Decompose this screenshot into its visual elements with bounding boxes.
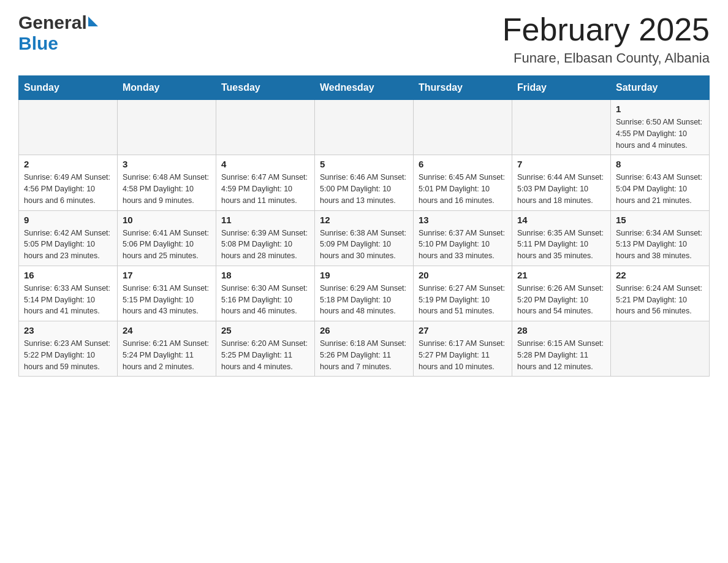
logo-blue-text: Blue	[18, 33, 58, 53]
day-info: Sunrise: 6:50 AM Sunset: 4:55 PM Dayligh…	[616, 117, 704, 151]
day-number: 17	[123, 270, 211, 280]
day-number: 10	[123, 215, 211, 225]
calendar-cell	[611, 321, 710, 377]
logo-arrow-icon	[88, 17, 98, 26]
calendar-week-row: 16Sunrise: 6:33 AM Sunset: 5:14 PM Dayli…	[19, 266, 710, 321]
calendar-cell	[118, 100, 216, 155]
day-number: 27	[419, 325, 507, 335]
day-info: Sunrise: 6:27 AM Sunset: 5:19 PM Dayligh…	[419, 283, 507, 317]
day-info: Sunrise: 6:34 AM Sunset: 5:13 PM Dayligh…	[616, 228, 704, 262]
day-info: Sunrise: 6:33 AM Sunset: 5:14 PM Dayligh…	[24, 283, 112, 317]
day-number: 21	[517, 270, 605, 280]
day-number: 14	[517, 215, 605, 225]
day-number: 6	[419, 159, 507, 169]
day-number: 2	[24, 159, 112, 169]
calendar-cell: 20Sunrise: 6:27 AM Sunset: 5:19 PM Dayli…	[414, 266, 512, 321]
calendar-week-row: 23Sunrise: 6:23 AM Sunset: 5:22 PM Dayli…	[19, 321, 710, 377]
calendar-cell: 2Sunrise: 6:49 AM Sunset: 4:56 PM Daylig…	[19, 155, 118, 210]
calendar-cell: 3Sunrise: 6:48 AM Sunset: 4:58 PM Daylig…	[118, 155, 216, 210]
day-number: 20	[419, 270, 507, 280]
calendar-cell	[512, 100, 611, 155]
calendar-cell: 18Sunrise: 6:30 AM Sunset: 5:16 PM Dayli…	[216, 266, 315, 321]
calendar-cell: 4Sunrise: 6:47 AM Sunset: 4:59 PM Daylig…	[216, 155, 315, 210]
day-number: 8	[616, 159, 704, 169]
logo: General Blue	[18, 12, 99, 54]
day-info: Sunrise: 6:24 AM Sunset: 5:21 PM Dayligh…	[616, 283, 704, 317]
calendar-cell: 9Sunrise: 6:42 AM Sunset: 5:05 PM Daylig…	[19, 210, 118, 266]
day-info: Sunrise: 6:41 AM Sunset: 5:06 PM Dayligh…	[123, 228, 211, 262]
day-number: 12	[320, 215, 408, 225]
day-number: 1	[616, 104, 704, 114]
calendar-cell: 11Sunrise: 6:39 AM Sunset: 5:08 PM Dayli…	[216, 210, 315, 266]
calendar-cell: 12Sunrise: 6:38 AM Sunset: 5:09 PM Dayli…	[315, 210, 414, 266]
title-section: February 2025 Funare, Elbasan County, Al…	[502, 12, 710, 66]
day-info: Sunrise: 6:44 AM Sunset: 5:03 PM Dayligh…	[517, 172, 605, 206]
calendar-cell: 24Sunrise: 6:21 AM Sunset: 5:24 PM Dayli…	[118, 321, 216, 377]
calendar-cell: 13Sunrise: 6:37 AM Sunset: 5:10 PM Dayli…	[414, 210, 512, 266]
day-info: Sunrise: 6:31 AM Sunset: 5:15 PM Dayligh…	[123, 283, 211, 317]
calendar-cell: 28Sunrise: 6:15 AM Sunset: 5:28 PM Dayli…	[512, 321, 611, 377]
calendar-cell: 10Sunrise: 6:41 AM Sunset: 5:06 PM Dayli…	[118, 210, 216, 266]
calendar-cell	[315, 100, 414, 155]
day-number: 5	[320, 159, 408, 169]
calendar-cell: 19Sunrise: 6:29 AM Sunset: 5:18 PM Dayli…	[315, 266, 414, 321]
calendar-cell: 7Sunrise: 6:44 AM Sunset: 5:03 PM Daylig…	[512, 155, 611, 210]
calendar-week-row: 1Sunrise: 6:50 AM Sunset: 4:55 PM Daylig…	[19, 100, 710, 155]
calendar-cell: 23Sunrise: 6:23 AM Sunset: 5:22 PM Dayli…	[19, 321, 118, 377]
calendar-cell: 8Sunrise: 6:43 AM Sunset: 5:04 PM Daylig…	[611, 155, 710, 210]
day-info: Sunrise: 6:17 AM Sunset: 5:27 PM Dayligh…	[419, 338, 507, 372]
day-number: 15	[616, 215, 704, 225]
day-info: Sunrise: 6:49 AM Sunset: 4:56 PM Dayligh…	[24, 172, 112, 206]
day-number: 22	[616, 270, 704, 280]
calendar-week-row: 9Sunrise: 6:42 AM Sunset: 5:05 PM Daylig…	[19, 210, 710, 266]
calendar-cell: 21Sunrise: 6:26 AM Sunset: 5:20 PM Dayli…	[512, 266, 611, 321]
calendar-cell	[414, 100, 512, 155]
calendar-header-thursday: Thursday	[414, 76, 512, 100]
day-number: 9	[24, 215, 112, 225]
day-info: Sunrise: 6:46 AM Sunset: 5:00 PM Dayligh…	[320, 172, 408, 206]
day-number: 3	[123, 159, 211, 169]
month-title: February 2025	[502, 12, 710, 47]
calendar-cell	[216, 100, 315, 155]
calendar-cell: 22Sunrise: 6:24 AM Sunset: 5:21 PM Dayli…	[611, 266, 710, 321]
calendar-cell: 15Sunrise: 6:34 AM Sunset: 5:13 PM Dayli…	[611, 210, 710, 266]
day-info: Sunrise: 6:23 AM Sunset: 5:22 PM Dayligh…	[24, 338, 112, 372]
day-info: Sunrise: 6:39 AM Sunset: 5:08 PM Dayligh…	[221, 228, 309, 262]
calendar-header-wednesday: Wednesday	[315, 76, 414, 100]
day-info: Sunrise: 6:48 AM Sunset: 4:58 PM Dayligh…	[123, 172, 211, 206]
day-info: Sunrise: 6:38 AM Sunset: 5:09 PM Dayligh…	[320, 228, 408, 262]
calendar-cell: 1Sunrise: 6:50 AM Sunset: 4:55 PM Daylig…	[611, 100, 710, 155]
day-info: Sunrise: 6:43 AM Sunset: 5:04 PM Dayligh…	[616, 172, 704, 206]
day-number: 4	[221, 159, 309, 169]
calendar-cell	[19, 100, 118, 155]
calendar-header-monday: Monday	[118, 76, 216, 100]
day-info: Sunrise: 6:21 AM Sunset: 5:24 PM Dayligh…	[123, 338, 211, 372]
calendar-cell: 6Sunrise: 6:45 AM Sunset: 5:01 PM Daylig…	[414, 155, 512, 210]
day-number: 13	[419, 215, 507, 225]
calendar-cell: 26Sunrise: 6:18 AM Sunset: 5:26 PM Dayli…	[315, 321, 414, 377]
day-info: Sunrise: 6:35 AM Sunset: 5:11 PM Dayligh…	[517, 228, 605, 262]
day-info: Sunrise: 6:20 AM Sunset: 5:25 PM Dayligh…	[221, 338, 309, 372]
location-title: Funare, Elbasan County, Albania	[502, 50, 710, 66]
day-info: Sunrise: 6:47 AM Sunset: 4:59 PM Dayligh…	[221, 172, 309, 206]
day-number: 16	[24, 270, 112, 280]
day-info: Sunrise: 6:30 AM Sunset: 5:16 PM Dayligh…	[221, 283, 309, 317]
day-info: Sunrise: 6:45 AM Sunset: 5:01 PM Dayligh…	[419, 172, 507, 206]
day-info: Sunrise: 6:26 AM Sunset: 5:20 PM Dayligh…	[517, 283, 605, 317]
day-number: 26	[320, 325, 408, 335]
day-number: 24	[123, 325, 211, 335]
calendar-cell: 17Sunrise: 6:31 AM Sunset: 5:15 PM Dayli…	[118, 266, 216, 321]
calendar-cell: 16Sunrise: 6:33 AM Sunset: 5:14 PM Dayli…	[19, 266, 118, 321]
day-number: 19	[320, 270, 408, 280]
day-info: Sunrise: 6:42 AM Sunset: 5:05 PM Dayligh…	[24, 228, 112, 262]
day-number: 18	[221, 270, 309, 280]
calendar-header-sunday: Sunday	[19, 76, 118, 100]
calendar-cell: 25Sunrise: 6:20 AM Sunset: 5:25 PM Dayli…	[216, 321, 315, 377]
day-info: Sunrise: 6:18 AM Sunset: 5:26 PM Dayligh…	[320, 338, 408, 372]
day-number: 7	[517, 159, 605, 169]
calendar-cell: 5Sunrise: 6:46 AM Sunset: 5:00 PM Daylig…	[315, 155, 414, 210]
day-number: 28	[517, 325, 605, 335]
calendar-header-friday: Friday	[512, 76, 611, 100]
calendar-week-row: 2Sunrise: 6:49 AM Sunset: 4:56 PM Daylig…	[19, 155, 710, 210]
page-header: General Blue February 2025 Funare, Elbas…	[18, 12, 710, 66]
